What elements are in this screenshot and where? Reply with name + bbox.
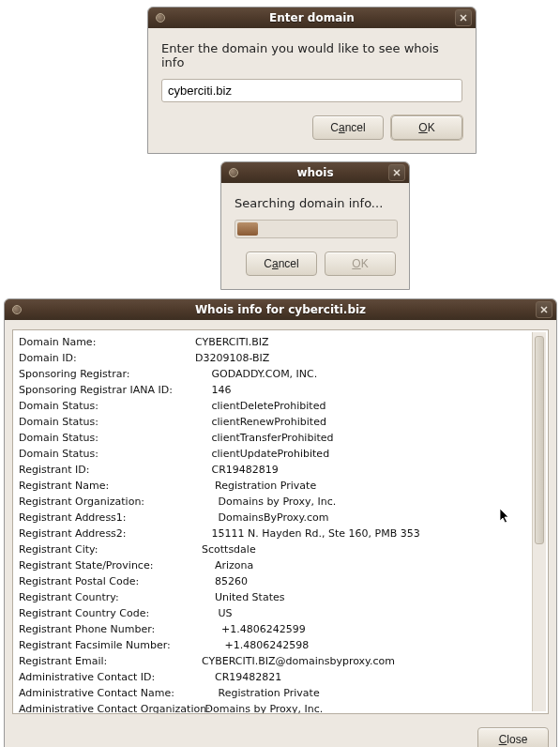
progress-bar [235,220,398,238]
whois-row: Administrative Contact ID: CR19482821 [19,669,531,685]
whois-key: Registrant Email: [19,653,195,669]
whois-key: Sponsoring Registrar: [19,366,195,382]
whois-row: Domain ID:D3209108-BIZ [19,350,531,366]
progress-chunk [237,222,258,236]
whois-value: GODADDY.COM, INC. [195,368,317,380]
ok-button: OK [325,252,396,276]
whois-key: Registrant ID: [19,462,195,478]
ok-button[interactable]: OK [391,115,462,140]
whois-key: Administrative Contact ID: [19,669,195,685]
window-menu-icon[interactable] [12,305,22,314]
whois-row: Registrant Facsimile Number: +1.48062425… [19,637,531,653]
whois-value: Scottsdale [195,543,256,556]
whois-row: Administrative Contact Organization: Dom… [19,701,531,713]
whois-row: Registrant Country Code: US [19,605,531,621]
whois-row: Sponsoring Registrar IANA ID: 146 [19,382,531,398]
whois-value: CYBERCITI.BIZ@domainsbyproxy.com [195,655,395,667]
whois-value: Registration Private [195,480,316,492]
window-menu-icon[interactable] [156,13,165,23]
whois-value: clientRenewProhibited [195,416,326,428]
cancel-button[interactable]: Cancel [312,115,384,140]
window-title: whois [242,166,388,179]
whois-row: Sponsoring Registrar: GODADDY.COM, INC. [19,366,531,382]
whois-key: Domain Status: [19,446,195,462]
whois-value: Domains by Proxy, Inc. [195,703,323,713]
whois-key: Registrant Postal Code: [19,573,195,589]
whois-key: Registrant Organization: [19,494,195,510]
whois-text-pane: Domain Name:CYBERCITI.BIZDomain ID:D3209… [12,329,549,714]
whois-value: DomainsByProxy.com [195,511,329,524]
whois-progress-window: whois Searching domain info... Cancel OK [220,161,410,290]
whois-value: 146 [195,384,231,396]
close-icon[interactable] [536,301,552,318]
whois-row: Domain Status: clientDeleteProhibited [19,398,531,414]
whois-value: Arizona [195,559,253,572]
whois-value: 85260 [195,575,248,587]
whois-value: clientUpdateProhibited [195,448,329,460]
whois-key: Administrative Contact Organization: [19,701,195,713]
whois-key: Domain Status: [19,414,195,430]
window-title: Whois info for cyberciti.biz [25,303,536,316]
whois-value: CYBERCITI.BIZ [195,336,269,348]
whois-info-window: Whois info for cyberciti.biz Domain Name… [4,298,557,747]
enter-domain-window: Enter domain Enter the domain you would … [147,7,477,154]
titlebar[interactable]: Whois info for cyberciti.biz [5,299,556,320]
whois-row: Registrant State/Province: Arizona [19,557,531,573]
whois-row: Registrant Phone Number: +1.4806242599 [19,621,531,637]
whois-key: Registrant Country: [19,589,195,605]
whois-value: +1.4806242598 [195,639,309,651]
titlebar[interactable]: Enter domain [148,8,476,28]
whois-row: Domain Name:CYBERCITI.BIZ [19,334,531,350]
scrollbar-vertical[interactable] [532,332,546,711]
whois-key: Registrant Facsimile Number: [19,637,195,653]
domain-input[interactable] [161,79,462,102]
close-icon[interactable] [388,164,405,181]
whois-key: Domain Status: [19,430,195,446]
whois-row: Registrant Address1: DomainsByProxy.com [19,510,531,526]
whois-row: Registrant City: Scottsdale [19,541,531,557]
whois-row: Registrant Postal Code: 85260 [19,573,531,589]
whois-key: Registrant State/Province: [19,557,195,573]
whois-key: Registrant Phone Number: [19,621,195,637]
whois-row: Registrant Address2: 15111 N. Hayden Rd.… [19,526,531,541]
whois-row: Registrant Country: United States [19,589,531,605]
whois-row: Domain Status: clientTransferProhibited [19,430,531,446]
window-title: Enter domain [169,11,455,24]
whois-key: Administrative Contact Name: [19,685,195,701]
whois-value: 15111 N. Hayden Rd., Ste 160, PMB 353 [195,527,420,540]
whois-value: +1.4806242599 [195,623,306,635]
whois-key: Registrant City: [19,541,195,557]
whois-value: Domains by Proxy, Inc. [195,495,336,508]
cancel-button[interactable]: Cancel [246,252,317,276]
whois-key: Domain Name: [19,334,195,350]
close-button[interactable]: Close [477,727,549,747]
close-icon[interactable] [455,9,472,26]
whois-value: clientTransferProhibited [195,432,334,444]
status-label: Searching domain info... [235,196,396,210]
whois-row: Domain Status: clientUpdateProhibited [19,446,531,462]
prompt-label: Enter the domain you would like to see w… [161,41,462,69]
whois-key: Domain Status: [19,398,195,414]
whois-value: Registration Private [195,687,320,699]
whois-row: Administrative Contact Name: Registratio… [19,685,531,701]
scrollbar-thumb[interactable] [535,336,544,544]
whois-value: US [195,607,233,619]
whois-key: Registrant Address1: [19,510,195,526]
whois-row: Registrant ID: CR19482819 [19,462,531,478]
whois-value: CR19482821 [195,671,281,683]
window-menu-icon[interactable] [229,168,238,177]
titlebar[interactable]: whois [221,162,409,183]
whois-value: D3209108-BIZ [195,352,269,364]
whois-row: Registrant Name: Registration Private [19,478,531,494]
whois-row: Registrant Email: CYBERCITI.BIZ@domainsb… [19,653,531,669]
whois-value: CR19482819 [195,464,279,476]
whois-key: Registrant Country Code: [19,605,195,621]
whois-key: Domain ID: [19,350,195,366]
whois-value: clientDeleteProhibited [195,400,325,412]
whois-key: Sponsoring Registrar IANA ID: [19,382,195,398]
whois-value: United States [195,591,284,603]
whois-row: Registrant Organization: Domains by Prox… [19,494,531,510]
whois-key: Registrant Name: [19,478,195,494]
whois-row: Domain Status: clientRenewProhibited [19,414,531,430]
whois-key: Registrant Address2: [19,526,195,541]
